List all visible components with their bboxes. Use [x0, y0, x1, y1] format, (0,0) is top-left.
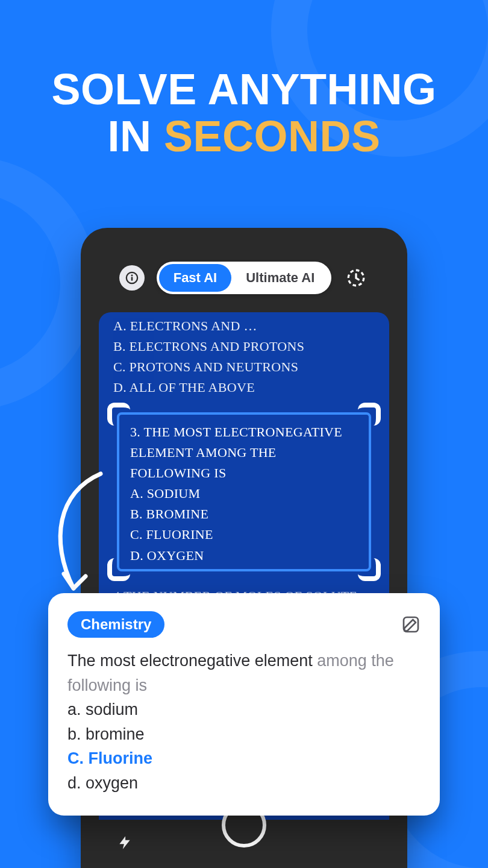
headline-line2: IN SECONDS — [0, 113, 488, 160]
option-a: a. sodium — [67, 697, 421, 722]
subject-tag[interactable]: Chemistry — [67, 611, 164, 638]
edit-icon — [401, 615, 421, 634]
svg-point-1 — [131, 274, 133, 276]
topbar: Fast AI Ultimate AI — [81, 262, 407, 294]
viewport-context-above: A. ELECTRONS AND … B. ELECTRONS AND PROT… — [113, 316, 375, 398]
crop-region[interactable]: 3. THE MOST ELECTRONEGATIVE ELEMENT AMON… — [107, 403, 381, 581]
svg-rect-4 — [404, 617, 418, 632]
edit-button[interactable] — [401, 615, 421, 634]
headline: SOLVE ANYTHING IN SECONDS — [0, 66, 488, 160]
option-c-correct: C. Fluorine — [67, 746, 421, 771]
option-b: b. bromine — [67, 722, 421, 747]
flash-icon — [117, 833, 133, 852]
history-icon — [346, 268, 366, 288]
question-text: The most electronegative element among t… — [67, 652, 394, 694]
answer-body: The most electronegative element among t… — [67, 649, 421, 795]
answer-card: Chemistry The most electronegative eleme… — [48, 593, 440, 816]
ai-mode-segmented: Fast AI Ultimate AI — [157, 262, 332, 294]
headline-accent: SECONDS — [164, 112, 381, 160]
svg-rect-2 — [131, 277, 133, 280]
camera-bar — [81, 820, 407, 868]
segment-fast-ai[interactable]: Fast AI — [159, 264, 232, 292]
crop-content: 3. THE MOST ELECTRONEGATIVE ELEMENT AMON… — [117, 412, 371, 571]
info-icon — [125, 271, 139, 285]
flash-button[interactable] — [117, 833, 133, 855]
arrow-annotation — [43, 468, 116, 606]
info-button[interactable] — [119, 265, 145, 291]
option-d: d. oxygen — [67, 771, 421, 796]
segment-ultimate-ai[interactable]: Ultimate AI — [231, 264, 329, 292]
history-button[interactable] — [343, 265, 369, 291]
headline-line1: SOLVE ANYTHING — [0, 66, 488, 113]
